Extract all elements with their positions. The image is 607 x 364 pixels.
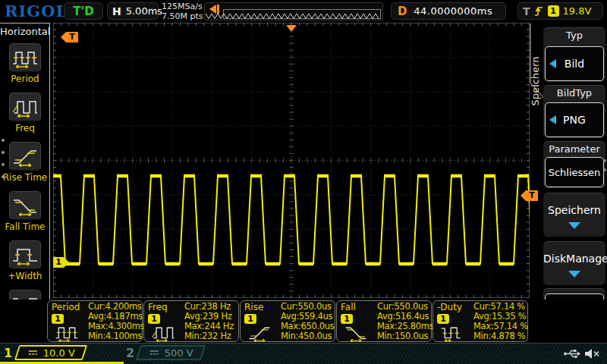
menu-group-typ[interactable]: Typ Bild [543,27,605,82]
menu-button-speichern[interactable]: Speichern [543,193,605,237]
memory-depth: 7.50M pts [162,11,203,21]
menu-group-header: Typ [543,28,605,41]
menu-item-plus-width[interactable]: +Width [0,240,50,281]
measurement-min: Min:450.0us [281,331,335,341]
period-icon [9,43,41,72]
speaker-muted-icon [584,348,601,359]
down-arrow-icon [568,222,580,229]
down-arrow-icon [568,271,580,278]
frequency-icon [148,323,178,345]
measurement-panel-duty[interactable]: -Duty 1 Cur:57.14 % Avg:15.35 % Max:57.1… [432,300,528,342]
rigol-logo: RIGOL [5,2,68,20]
dc-coupling-icon [149,349,160,357]
measurement-panel-rise[interactable]: Rise 1 Cur:550.0us Avg:559.4us Max:650.0… [240,300,335,342]
menu-value-png[interactable]: PNG [545,102,604,137]
channel1-waveform-trace [53,23,530,298]
menu-item-label: Freq [0,123,50,133]
right-save-menu: Speichern Typ Bild BildTyp PNG Parameter… [530,23,607,345]
timebase-value: 5.00ms [126,5,162,17]
menu-scroll-indicator [603,159,606,162]
trigger-level-value: 19.8V [563,5,592,17]
menu-item-period[interactable]: Period [0,43,50,84]
negative-duty-icon [437,323,467,345]
menu-item-freq[interactable]: Freq [0,93,50,133]
trigger-delay-box[interactable]: D 44.0000000ms [391,2,506,20]
menu-value-bild[interactable]: Bild [545,46,604,81]
channel1-scale: 10.0 V [43,347,75,359]
measurement-label: Freq [148,302,168,312]
measurement-panel-fall[interactable]: Fall 1 Cur:550.0us Avg:516.4us Max:25.80… [336,300,432,342]
left-arrow-icon [549,59,556,68]
menu-item-label: Period [0,74,50,84]
menu-value-text: Schliessen [549,167,601,178]
rise-time-icon [244,323,275,345]
channel1-scale-box[interactable]: 10.0 V [14,345,87,360]
left-measure-menu: Horizontal Period Freq Rise Time Fall Ti… [0,23,50,343]
measurement-min: Min:4.878 % [473,331,527,341]
menu-scroll-indicator [603,168,606,171]
rising-edge-icon [534,5,544,17]
oscilloscope-screen: RIGOL T'D H 5.00ms 125MSa/s 7.50M pts D … [0,0,607,364]
trigger-label: T [523,5,530,17]
measurement-panel-freq[interactable]: Freq 1 Cur:238 Hz Avg:239 Hz Max:244 Hz … [143,300,239,342]
delay-value: 44.0000000ms [407,5,499,17]
measurement-label: -Duty [437,302,462,312]
measurement-label: Period [52,302,80,312]
channel2-scale-box[interactable]: 500 V [136,345,206,360]
menu-group-header: Parameter [543,142,605,155]
fall-time-icon [341,323,371,345]
trigger-status-text: T'D [73,5,93,18]
menu-group-bildtyp[interactable]: BildTyp PNG [543,85,605,138]
top-status-bar: RIGOL T'D H 5.00ms 125MSa/s 7.50M pts D … [0,0,607,23]
measurement-label: Rise [244,302,263,312]
period-icon [52,323,82,345]
usb-icon [563,348,581,359]
trigger-source-badge: 1 [548,5,559,17]
horizontal-timebase-box[interactable]: H 5.00ms [107,2,159,20]
sample-rate: 125MSa/s [162,2,203,11]
menu-button-diskmanage[interactable]: DiskManage [543,241,605,285]
memory-waveform-preview[interactable] [204,2,383,20]
left-menu-title: Horizontal [0,24,49,41]
acquisition-info: 125MSa/s 7.50M pts [162,2,203,21]
menu-button-label: Speichern [543,204,605,216]
menu-value-text: PNG [563,114,586,126]
positive-width-icon [9,240,41,269]
trigger-position-offscreen-marker[interactable]: T [66,32,78,42]
trigger-status-badge: T'D [64,2,103,20]
memory-waveform-icon [206,3,382,21]
menu-item-label: Rise Time [0,172,50,183]
measurement-min: Min:150.0us [377,331,431,341]
channel-status-bar: 1 10.0 V 2 500 V [0,343,607,364]
menu-button-label: DiskManage [543,253,605,265]
measurement-min: Min:4.100ms [88,331,142,341]
menu-item-rise-time[interactable]: Rise Time [0,142,50,183]
fall-time-icon [9,191,41,220]
channel1-offset-marker[interactable]: 1 [53,257,64,268]
menu-item-label: Fall Time [0,221,50,232]
menu-item-label: +Width [0,271,50,281]
menu-tab-speichern[interactable]: Speichern [530,50,542,112]
waveform-display-area[interactable] [53,23,530,298]
measurement-results-bar: Period 1 Cur:4.200ms Avg:4.187ms Max:4.3… [0,300,607,343]
channel2-scale: 500 V [165,347,193,359]
menu-item-fall-time[interactable]: Fall Time [0,191,50,232]
menu-group-parameter[interactable]: Parameter Schliessen [543,141,605,188]
trigger-level-marker[interactable]: T [526,190,538,201]
measurement-min: Min:232 Hz [184,331,238,341]
channel1-number[interactable]: 1 [4,346,12,360]
channel2-number[interactable]: 2 [126,346,134,360]
measurement-label: Fall [341,302,356,312]
dc-coupling-icon [27,349,39,357]
trigger-info-box[interactable]: T 1 19.8V [517,2,603,20]
frequency-icon [9,93,41,121]
menu-group-header: BildTyp [543,86,605,99]
left-arrow-icon [549,115,556,124]
delay-label: D [398,5,407,18]
rise-time-icon [9,142,41,171]
trigger-position-marker[interactable] [286,25,297,32]
menu-value-text: Bild [565,58,584,70]
measurement-panel-period[interactable]: Period 1 Cur:4.200ms Avg:4.187ms Max:4.3… [47,300,143,342]
h-label: H [112,5,121,17]
menu-value-schliessen[interactable]: Schliessen [545,157,604,187]
